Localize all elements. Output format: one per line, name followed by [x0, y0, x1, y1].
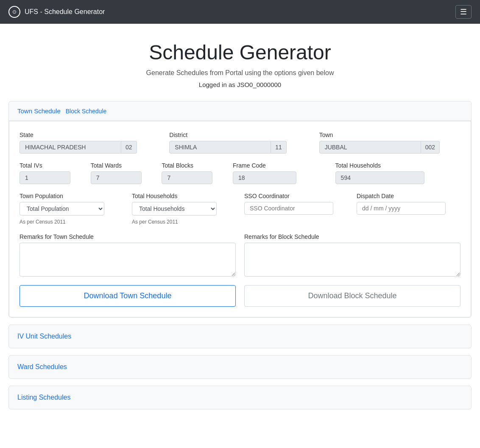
- total-ivs-label: Total IVs: [20, 162, 82, 169]
- dispatch-date-input[interactable]: [357, 202, 446, 215]
- logged-in-text: Logged in as JSO0_0000000: [8, 81, 472, 88]
- frame-code-group: Frame Code: [233, 162, 327, 184]
- brand-title: UFS - Schedule Generator: [25, 8, 105, 16]
- total-blocks-label: Total Blocks: [162, 162, 224, 169]
- remarks-block-group: Remarks for Block Schedule: [244, 233, 460, 277]
- state-code-badge: 02: [121, 141, 137, 154]
- page-title: Schedule Generator: [8, 41, 472, 64]
- total-hh-group: Total Households: [335, 162, 460, 184]
- form-area: State 02 District 11 Town: [9, 121, 471, 317]
- dispatch-date-group: Dispatch Date: [357, 193, 460, 225]
- iv-unit-section: IV Unit Schedules: [8, 325, 472, 348]
- total-blocks-group: Total Blocks: [162, 162, 224, 184]
- town-population-group: Town Population Total Population As per …: [20, 193, 123, 225]
- remarks-town-group: Remarks for Town Schedule: [20, 233, 236, 277]
- sso-coordinator-label: SSO Coordinator: [244, 193, 348, 199]
- remarks-block-textarea[interactable]: [244, 243, 460, 277]
- town-input[interactable]: [319, 141, 421, 154]
- brand-icon: ⊙: [8, 6, 20, 18]
- dispatch-date-label: Dispatch Date: [357, 193, 460, 199]
- navbar-brand: ⊙ UFS - Schedule Generator: [8, 6, 105, 18]
- stats-row: Total IVs Total Wards Total Blocks Frame…: [20, 162, 460, 184]
- page-subtitle: Generate Schedules from Portal using the…: [8, 69, 472, 77]
- state-group: State 02: [20, 132, 161, 154]
- state-label: State: [20, 132, 161, 138]
- district-input[interactable]: [169, 141, 271, 154]
- town-group: Town 002: [319, 132, 460, 154]
- remarks-block-label: Remarks for Block Schedule: [244, 233, 460, 240]
- town-population-select[interactable]: Total Population: [20, 202, 104, 216]
- district-code-badge: 11: [271, 141, 287, 154]
- frame-code-label: Frame Code: [233, 162, 327, 169]
- location-row: State 02 District 11 Town: [20, 132, 460, 154]
- iv-unit-link[interactable]: IV Unit Schedules: [17, 333, 71, 340]
- sso-coordinator-input[interactable]: [244, 202, 333, 215]
- remarks-town-textarea[interactable]: [20, 243, 236, 277]
- town-population-label: Town Population: [20, 193, 123, 199]
- total-wards-group: Total Wards: [91, 162, 153, 184]
- navbar-toggle-button[interactable]: ☰: [455, 5, 472, 19]
- card-tabs: Town Schedule Block Schedule: [9, 101, 471, 121]
- total-wards-label: Total Wards: [91, 162, 153, 169]
- main-card: Town Schedule Block Schedule State 02 Di…: [8, 101, 472, 318]
- town-input-group: 002: [319, 141, 460, 154]
- town-population-note: As per Census 2011: [20, 219, 123, 225]
- district-label: District: [169, 132, 310, 138]
- total-households-label: Total Households: [132, 193, 236, 199]
- sso-coordinator-group: SSO Coordinator: [244, 193, 348, 225]
- tab-block-schedule[interactable]: Block Schedule: [66, 108, 107, 115]
- population-row: Town Population Total Population As per …: [20, 193, 460, 225]
- download-town-schedule-button[interactable]: Download Town Schedule: [20, 285, 236, 307]
- total-households-note: As per Census 2011: [132, 219, 236, 225]
- navbar: ⊙ UFS - Schedule Generator ☰: [0, 0, 480, 24]
- town-label: Town: [319, 132, 460, 138]
- district-input-group: 11: [169, 141, 310, 154]
- state-input-group: 02: [20, 141, 161, 154]
- remarks-row: Remarks for Town Schedule Remarks for Bl…: [20, 233, 460, 277]
- tab-town-schedule[interactable]: Town Schedule: [17, 107, 61, 115]
- download-block-schedule-button[interactable]: Download Block Schedule: [244, 285, 460, 307]
- total-ivs-group: Total IVs: [20, 162, 82, 184]
- total-hh-label: Total Households: [335, 162, 460, 169]
- ward-section: Ward Schedules: [8, 355, 472, 379]
- district-group: District 11: [169, 132, 310, 154]
- town-code-badge: 002: [421, 141, 440, 154]
- frame-code-input: [233, 171, 296, 184]
- remarks-town-label: Remarks for Town Schedule: [20, 233, 236, 240]
- total-blocks-input: [162, 171, 212, 184]
- total-households-select[interactable]: Total Households: [132, 202, 217, 216]
- ward-link[interactable]: Ward Schedules: [17, 363, 67, 370]
- total-wards-input: [91, 171, 142, 184]
- buttons-row: Download Town Schedule Download Block Sc…: [20, 285, 460, 307]
- total-households-group: Total Households Total Households As per…: [132, 193, 236, 225]
- total-hh-input: [335, 171, 424, 184]
- listing-section: Listing Schedules: [8, 386, 472, 409]
- listing-link[interactable]: Listing Schedules: [17, 394, 70, 401]
- total-ivs-input: [20, 171, 70, 184]
- main-content: Schedule Generator Generate Schedules fr…: [0, 24, 480, 433]
- state-input[interactable]: [20, 141, 121, 154]
